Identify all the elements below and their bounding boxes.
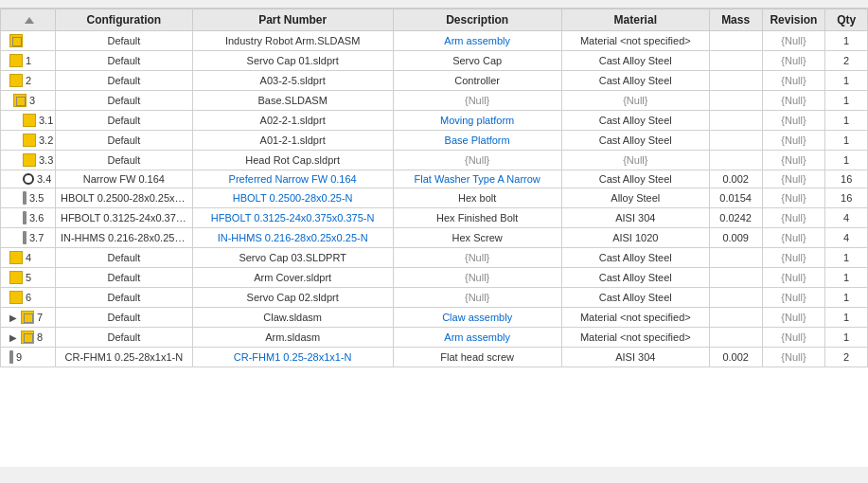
row-part-number: Industry Robot Arm.SLDASM	[192, 31, 393, 51]
col-header-part[interactable]: Part Number	[192, 9, 393, 31]
row-num-label: 3	[29, 95, 35, 106]
expand-arrow[interactable]: ▶	[9, 313, 17, 323]
circle-icon	[23, 173, 34, 185]
row-part-number: Arm Cover.sldprt	[192, 268, 393, 288]
col-header-num[interactable]	[1, 9, 56, 31]
table-row[interactable]: ▶7DefaultClaw.sldasmClaw assemblyMateria…	[1, 308, 868, 328]
row-qty: 1	[825, 131, 868, 151]
row-config: HFBOLT 0.3125-24x0.375x0.375-N	[55, 208, 192, 228]
row-num-label: 3.3	[39, 154, 53, 166]
row-part-number: Arm.sldasm	[192, 328, 393, 348]
table-row[interactable]: ▶8DefaultArm.sldasmArm assemblyMaterial …	[1, 328, 868, 348]
col-header-desc[interactable]: Description	[393, 9, 561, 31]
row-revision: {Null}	[762, 308, 825, 328]
row-material: Alloy Steel	[561, 188, 709, 208]
row-config: Default	[55, 111, 192, 131]
row-config: Default	[55, 288, 192, 308]
row-description: {Null}	[393, 91, 561, 111]
row-qty: 1	[825, 71, 868, 91]
row-qty: 1	[825, 248, 868, 268]
row-mass: 0.0242	[709, 208, 762, 228]
part-icon	[9, 74, 23, 87]
row-config: CR-FHM1 0.25-28x1x1-N	[55, 348, 192, 367]
col-header-mass[interactable]: Mass	[709, 9, 762, 31]
table-row[interactable]: 3.7IN-HHMS 0.216-28x0.25x0.25-NIN-HHMS 0…	[1, 228, 868, 248]
row-material: Cast Alloy Steel	[561, 51, 709, 71]
row-material: AISI 1020	[561, 228, 709, 248]
row-number-cell: 4	[1, 248, 56, 268]
tool-icon	[23, 231, 27, 244]
row-material: Cast Alloy Steel	[561, 248, 709, 268]
row-qty: 2	[825, 51, 868, 71]
row-config: Default	[55, 51, 192, 71]
table-row[interactable]: 3.4Narrow FW 0.164Preferred Narrow FW 0.…	[1, 170, 868, 188]
row-revision: {Null}	[762, 208, 825, 228]
col-header-mat[interactable]: Material	[561, 9, 709, 31]
col-header-config[interactable]: Configuration	[55, 9, 192, 31]
row-description: {Null}	[393, 151, 561, 170]
row-material: AISI 304	[561, 208, 709, 228]
row-num-label: 6	[26, 292, 31, 303]
table-row[interactable]: 3.1DefaultA02-2-1.sldprtMoving platformC…	[1, 111, 868, 131]
col-header-qty[interactable]: Qty	[825, 9, 868, 31]
table-container[interactable]: Configuration Part Number Description Ma…	[0, 9, 868, 467]
assembly-icon	[9, 34, 23, 47]
expand-arrow[interactable]: ▶	[9, 332, 17, 343]
table-row[interactable]: 3.5HBOLT 0.2500-28x0.25x0.5-NHBOLT 0.250…	[1, 188, 868, 208]
table-row[interactable]: 1DefaultServo Cap 01.sldprtServo CapCast…	[1, 51, 868, 71]
row-revision: {Null}	[762, 268, 825, 288]
table-row[interactable]: 4DefaultServo Cap 03.SLDPRT{Null}Cast Al…	[1, 248, 868, 268]
row-mass: 0.009	[709, 228, 762, 248]
row-number-cell: 3.7	[1, 228, 56, 248]
row-mass	[709, 51, 762, 71]
col-header-rev[interactable]: Revision	[762, 9, 825, 31]
row-revision: {Null}	[762, 131, 825, 151]
row-description: Flat Washer Type A Narrow	[393, 170, 561, 188]
row-qty: 1	[825, 31, 868, 51]
table-row[interactable]: 3.3DefaultHead Rot Cap.sldprt{Null}{Null…	[1, 151, 868, 170]
row-qty: 4	[825, 228, 868, 248]
sort-icon	[25, 17, 34, 24]
row-qty: 1	[825, 111, 868, 131]
row-mass	[709, 288, 762, 308]
row-mass	[709, 31, 762, 51]
table-row[interactable]: 3.6HFBOLT 0.3125-24x0.375x0.375-NHFBOLT …	[1, 208, 868, 228]
row-material: {Null}	[561, 91, 709, 111]
row-material: Cast Alloy Steel	[561, 131, 709, 151]
row-description: {Null}	[393, 248, 561, 268]
row-mass	[709, 71, 762, 91]
table-row[interactable]: 5DefaultArm Cover.sldprt{Null}Cast Alloy…	[1, 268, 868, 288]
row-description: Controller	[393, 71, 561, 91]
row-num-label: 7	[37, 312, 43, 323]
row-number-cell: ▶8	[1, 328, 56, 348]
row-qty: 2	[825, 348, 868, 367]
row-config: Default	[55, 131, 192, 151]
table-row[interactable]: DefaultIndustry Robot Arm.SLDASMArm asse…	[1, 31, 868, 51]
row-revision: {Null}	[762, 51, 825, 71]
row-number-cell: 3.2	[1, 131, 56, 151]
row-number-cell: 3.3	[1, 151, 56, 170]
table-row[interactable]: 6DefaultServo Cap 02.sldprt{Null}Cast Al…	[1, 288, 868, 308]
row-part-number: IN-HHMS 0.216-28x0.25x0.25-N	[192, 228, 393, 248]
table-row[interactable]: 2DefaultA03-2-5.sldprtControllerCast All…	[1, 71, 868, 91]
row-number-cell: 3.5	[1, 188, 56, 208]
row-config: Default	[55, 248, 192, 268]
part-icon	[9, 54, 23, 67]
table-row[interactable]: 9CR-FHM1 0.25-28x1x1-NCR-FHM1 0.25-28x1x…	[1, 348, 868, 367]
row-number-cell: 1	[1, 51, 56, 71]
row-revision: {Null}	[762, 248, 825, 268]
row-revision: {Null}	[762, 228, 825, 248]
row-description: Arm assembly	[393, 31, 561, 51]
table-row[interactable]: 3DefaultBase.SLDASM{Null}{Null}{Null}1	[1, 91, 868, 111]
row-qty: 1	[825, 328, 868, 348]
row-number-cell: 3.1	[1, 111, 56, 131]
table-row[interactable]: 3.2DefaultA01-2-1.sldprtBase PlatformCas…	[1, 131, 868, 151]
row-qty: 1	[825, 308, 868, 328]
row-config: Narrow FW 0.164	[55, 170, 192, 188]
row-config: Default	[55, 71, 192, 91]
row-mass	[709, 328, 762, 348]
row-description: Hex Screw	[393, 228, 561, 248]
row-qty: 1	[825, 91, 868, 111]
row-material: Cast Alloy Steel	[561, 111, 709, 131]
row-material: Cast Alloy Steel	[561, 71, 709, 91]
